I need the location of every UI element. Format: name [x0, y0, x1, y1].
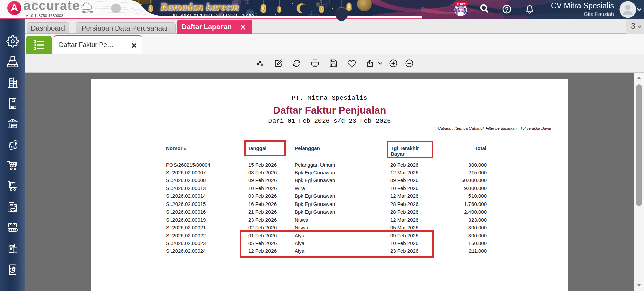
svg-text:TAX: TAX — [10, 245, 13, 247]
svg-text:Rp: Rp — [11, 144, 16, 149]
